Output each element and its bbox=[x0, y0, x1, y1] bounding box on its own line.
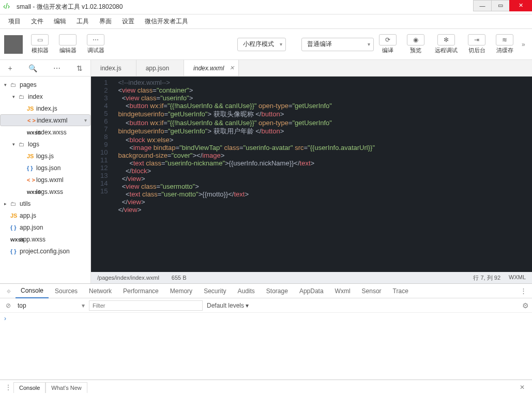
clear-console-icon[interactable]: ⊘ bbox=[3, 302, 13, 309]
console-output[interactable]: › bbox=[0, 313, 532, 380]
status-size: 655 B bbox=[172, 275, 187, 281]
tree-item[interactable]: { }project.config.json bbox=[0, 245, 90, 257]
status-pos: 行 7, 列 92 bbox=[473, 274, 500, 282]
devtools-tab[interactable]: Console bbox=[16, 284, 49, 298]
tree-item[interactable]: { }app.json bbox=[0, 221, 90, 233]
devtools-tab[interactable]: Network bbox=[84, 284, 117, 298]
close-button[interactable]: ✕ bbox=[509, 0, 532, 11]
devtools-tab[interactable]: Sensor bbox=[357, 284, 387, 298]
mode-select[interactable]: 小程序模式 bbox=[237, 38, 286, 51]
menu-item[interactable]: 项目 bbox=[4, 15, 25, 28]
toolbar-button[interactable]: ✻远程调试 bbox=[430, 32, 463, 56]
editor-tab[interactable]: index.wxml✕ bbox=[184, 60, 239, 76]
drawer-tab[interactable]: Console bbox=[13, 382, 45, 393]
maximize-button[interactable]: ▭ bbox=[491, 0, 510, 11]
menu-item[interactable]: 微信开发者工具 bbox=[141, 15, 192, 28]
devtools-tab[interactable]: Sources bbox=[50, 284, 83, 298]
tree-item[interactable]: wxssindex.wxss bbox=[0, 126, 90, 138]
bottom-bar: ⋮ ConsoleWhat's New ✕ bbox=[0, 380, 532, 394]
code-editor[interactable]: 1 2 3 4 5 6 7 8 9 10 11 12 13 14 15 <!--… bbox=[91, 77, 532, 272]
menu-item[interactable]: 文件 bbox=[27, 15, 48, 28]
titlebar: ‹/› small - 微信开发者工具 v1.02.1802080 — ▭ ✕ bbox=[0, 0, 532, 14]
devtools-more-icon[interactable]: ⋮ bbox=[518, 287, 529, 295]
devtools-tab[interactable]: AppData bbox=[294, 284, 329, 298]
tree-item[interactable]: wxsslogs.wxss bbox=[0, 186, 90, 198]
sidebar: +🔍⋯⇅ ▾🗀pages▾🗀indexJSindex.js< >index.wx… bbox=[0, 60, 91, 283]
toolbar-button[interactable]: ⋯调试器 bbox=[82, 32, 110, 56]
inspect-icon[interactable]: ⟐ bbox=[3, 287, 14, 295]
devtools-tab[interactable]: Storage bbox=[261, 284, 293, 298]
tree-item[interactable]: JSindex.js bbox=[0, 102, 90, 114]
devtools-tab[interactable]: Wxml bbox=[330, 284, 356, 298]
tree-item[interactable]: ▸🗀utils bbox=[0, 198, 90, 209]
devtools: ⟐ ConsoleSourcesNetworkPerformanceMemory… bbox=[0, 283, 532, 380]
sidebar-tool-icon[interactable]: ⋯ bbox=[53, 64, 60, 72]
more-icon[interactable]: » bbox=[522, 41, 528, 48]
editor-tabs: index.jsapp.jsonindex.wxml✕ bbox=[91, 60, 532, 77]
devtools-tab[interactable]: Audits bbox=[232, 284, 260, 298]
toolbar-button[interactable]: ≋清缓存 bbox=[491, 32, 519, 56]
file-tree: ▾🗀pages▾🗀indexJSindex.js< >index.wxmlwxs… bbox=[0, 77, 90, 283]
console-filter-bar: ⊘ top▾ Default levels ▾ ⚙ bbox=[0, 298, 532, 313]
devtools-tab[interactable]: Security bbox=[199, 284, 231, 298]
drawer-close-icon[interactable]: ✕ bbox=[515, 384, 529, 391]
compile-select[interactable]: 普通编译 bbox=[301, 38, 374, 51]
devtools-tab[interactable]: Memory bbox=[165, 284, 197, 298]
avatar[interactable] bbox=[4, 35, 23, 54]
drawer-tab[interactable]: What's New bbox=[45, 382, 87, 393]
toolbar-button[interactable]: ◉预览 bbox=[402, 32, 430, 56]
tree-item[interactable]: JSlogs.js bbox=[0, 150, 90, 162]
drawer-menu-icon[interactable]: ⋮ bbox=[3, 384, 13, 391]
close-tab-icon[interactable]: ✕ bbox=[230, 65, 234, 71]
tree-item[interactable]: ▾🗀index bbox=[0, 90, 90, 102]
menu-item[interactable]: 设置 bbox=[118, 15, 139, 28]
status-lang: WXML bbox=[509, 274, 526, 282]
sidebar-toolbar: +🔍⋯⇅ bbox=[0, 60, 90, 77]
sidebar-tool-icon[interactable]: 🔍 bbox=[28, 64, 37, 72]
editor-pane: index.jsapp.jsonindex.wxml✕ 1 2 3 4 5 6 … bbox=[91, 60, 532, 283]
menu-item[interactable]: 工具 bbox=[72, 15, 93, 28]
toolbar-button[interactable]: ▭模拟器 bbox=[26, 32, 54, 56]
sidebar-tool-icon[interactable]: + bbox=[8, 64, 12, 72]
tree-item[interactable]: ▾🗀pages bbox=[0, 79, 90, 90]
settings-icon[interactable]: ⚙ bbox=[522, 301, 529, 310]
levels-select[interactable]: Default levels ▾ bbox=[207, 302, 249, 309]
status-bar: /pages/index/index.wxml 655 B 行 7, 列 92 … bbox=[91, 272, 532, 283]
tree-item[interactable]: JSapp.js bbox=[0, 209, 90, 221]
sidebar-tool-icon[interactable]: ⇅ bbox=[77, 64, 83, 72]
tree-item[interactable]: < >index.wxml bbox=[0, 114, 90, 126]
tree-item[interactable]: wxssapp.wxss bbox=[0, 233, 90, 245]
menubar: 项目文件编辑工具界面设置微信开发者工具 bbox=[0, 14, 532, 29]
menu-item[interactable]: 编辑 bbox=[50, 15, 70, 28]
devtools-tab[interactable]: Trace bbox=[388, 284, 414, 298]
tree-item[interactable]: { }logs.json bbox=[0, 162, 90, 174]
toolbar-button[interactable]: ⟳编译 bbox=[374, 32, 402, 56]
devtools-tab[interactable]: Performance bbox=[118, 284, 164, 298]
console-prompt: › bbox=[4, 315, 6, 322]
editor-tab[interactable]: app.json bbox=[136, 60, 184, 76]
menu-item[interactable]: 界面 bbox=[95, 15, 116, 28]
filter-input[interactable] bbox=[89, 300, 203, 311]
tree-item[interactable]: ▾🗀logs bbox=[0, 138, 90, 150]
toolbar: ▭模拟器编辑器⋯调试器 小程序模式 普通编译 ⟳编译◉预览✻远程调试⇥切后台≋清… bbox=[0, 29, 532, 60]
tree-item[interactable]: < >logs.wxml bbox=[0, 174, 90, 186]
devtools-header: ⟐ ConsoleSourcesNetworkPerformanceMemory… bbox=[0, 284, 532, 298]
minimize-button[interactable]: — bbox=[473, 0, 492, 11]
toolbar-button[interactable]: ⇥切后台 bbox=[463, 32, 491, 56]
editor-tab[interactable]: index.js bbox=[91, 60, 136, 76]
context-select[interactable]: top▾ bbox=[18, 302, 85, 309]
status-path: /pages/index/index.wxml bbox=[97, 275, 159, 281]
toolbar-button[interactable]: 编辑器 bbox=[54, 32, 82, 56]
window-title: small - 微信开发者工具 v1.02.1802080 bbox=[17, 3, 474, 11]
app-logo: ‹/› bbox=[3, 2, 13, 12]
